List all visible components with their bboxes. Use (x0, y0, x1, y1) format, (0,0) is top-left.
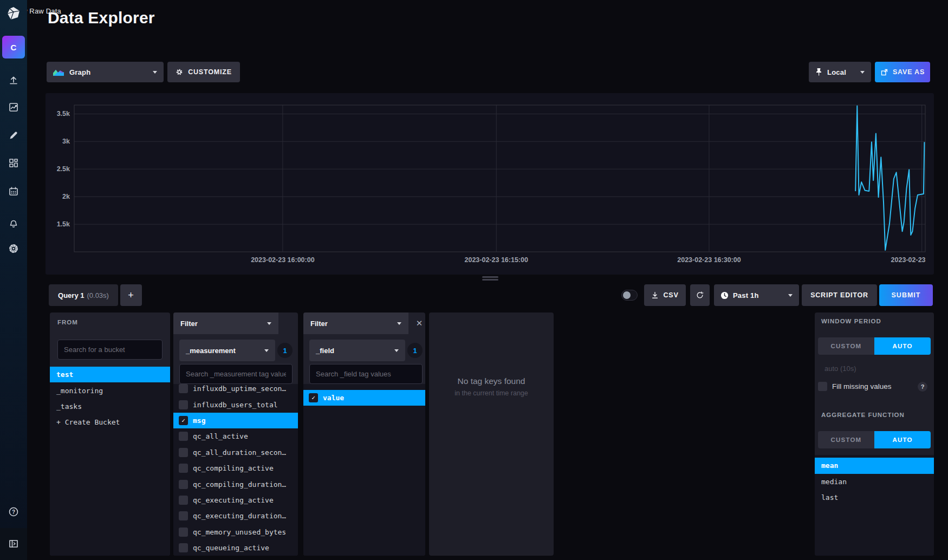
sidebar-item-alerts[interactable] (4, 215, 23, 235)
auto-option[interactable]: AUTO (874, 431, 931, 448)
checkbox[interactable] (179, 464, 188, 473)
measurement-name: qc_executing_active (193, 496, 274, 504)
sidebar-item-notebooks[interactable] (4, 127, 23, 146)
sidebar-item-dashboards[interactable] (4, 154, 23, 174)
measurement-name: qc_executing_duration… (193, 512, 286, 520)
measurement-list-item[interactable]: influxdb_users_total (173, 396, 298, 412)
customize-button[interactable]: CUSTOMIZE (167, 62, 240, 82)
sidebar-item-upload[interactable] (4, 71, 23, 91)
svg-text:3k: 3k (62, 138, 70, 145)
custom-option[interactable]: CUSTOM (818, 431, 874, 448)
customize-label: CUSTOMIZE (188, 68, 232, 76)
aggregate-function-item[interactable]: mean (815, 458, 934, 474)
sidebar-item-help[interactable]: ? (4, 503, 23, 523)
custom-option[interactable]: CUSTOM (818, 337, 874, 355)
checkbox[interactable] (179, 384, 188, 393)
measurement-name: qc_compiling_duration… (193, 480, 286, 489)
bucket-search-input[interactable] (57, 340, 163, 360)
bucket-name: _monitoring (56, 387, 103, 395)
sidebar-item-data-explorer[interactable] (4, 99, 23, 118)
chevron-down-icon (153, 71, 157, 74)
filter-type-dropdown[interactable]: Filter (173, 312, 278, 334)
toggle-knob (623, 291, 631, 299)
time-series-line-chart[interactable]: 1.5k2k2.5k3k3.5k2023-02-23 16:00:002023-… (46, 93, 934, 275)
measurement-list-item[interactable]: qc_executing_active (173, 492, 298, 508)
script-editor-button[interactable]: SCRIPT EDITOR (802, 284, 877, 306)
filter-type-dropdown[interactable]: Filter (303, 312, 408, 334)
selected-count-badge: 1 (277, 343, 293, 358)
checkbox[interactable] (179, 511, 188, 520)
measurement-key-dropdown[interactable]: _measurement (179, 340, 275, 361)
fill-missing-values-label: Fill missing values (832, 382, 892, 390)
csv-download-button[interactable]: CSV (644, 284, 686, 306)
window-period-card: WINDOW PERIOD CUSTOM AUTO auto (10s) Fil… (815, 312, 934, 556)
checkbox[interactable] (179, 400, 188, 409)
measurement-list-item[interactable]: qc_executing_duration… (173, 508, 298, 524)
view-raw-data-toggle[interactable] (621, 290, 638, 301)
function-name: last (821, 493, 838, 502)
chart-panel: 1.5k2k2.5k3k3.5k2023-02-23 16:00:002023-… (46, 93, 934, 275)
visualization-type-dropdown[interactable]: Graph (47, 62, 164, 82)
measurement-filter-card: Filter _measurement 1 influxdb_uptime_se… (173, 312, 298, 556)
measurement-list-item[interactable]: msg (173, 413, 298, 428)
influxdb-logo-icon[interactable] (6, 6, 21, 21)
variables-scope-dropdown[interactable]: Local (809, 62, 871, 82)
measurement-list-item[interactable]: qc_all_active (173, 428, 298, 444)
measurement-list-item[interactable]: influxdb_uptime_secon… (173, 384, 298, 396)
tag-keys-card: No tag keys found in the current time ra… (429, 312, 554, 556)
help-tooltip-icon[interactable]: ? (918, 382, 927, 392)
measurement-list: influxdb_uptime_secon… influxdb_users_to… (173, 384, 298, 556)
field-key-dropdown[interactable]: _field (309, 340, 405, 361)
save-as-button[interactable]: SAVE AS (875, 62, 930, 82)
checkbox[interactable] (179, 416, 188, 425)
gear-icon (176, 68, 183, 76)
measurement-list-item[interactable]: qc_compiling_active (173, 460, 298, 476)
chevron-down-icon (394, 349, 399, 352)
bucket-list-item[interactable]: test (50, 367, 170, 382)
field-search-input[interactable] (309, 364, 423, 384)
measurement-list-item[interactable]: qc_compiling_duration… (173, 476, 298, 492)
checkbox[interactable] (179, 480, 188, 489)
aggregate-function-item[interactable]: last (815, 490, 934, 506)
resize-drag-handle[interactable] (482, 276, 498, 281)
aggregate-segmented: CUSTOM AUTO (818, 431, 931, 448)
query-tab[interactable]: Query 1 (0.03s) (49, 284, 118, 306)
sidebar-item-tasks[interactable] (4, 183, 23, 202)
sidebar-item-expand[interactable] (4, 535, 23, 555)
checkbox[interactable] (179, 543, 188, 552)
measurement-search-input[interactable] (179, 364, 293, 384)
from-header: FROM (57, 319, 78, 325)
fill-missing-values-checkbox[interactable] (818, 382, 827, 391)
page-title: Data Explorer (48, 9, 155, 27)
measurement-name: influxdb_uptime_secon… (193, 385, 286, 393)
measurement-list-item[interactable]: qc_memory_unused_bytes (173, 524, 298, 540)
pin-icon (815, 68, 822, 76)
sidebar-item-settings[interactable] (4, 240, 23, 259)
add-query-button[interactable]: + (120, 284, 142, 306)
visualization-type-label: Graph (69, 68, 90, 76)
time-range-dropdown[interactable]: Past 1h (714, 284, 799, 306)
checkbox[interactable] (179, 448, 188, 457)
field-name: value (323, 394, 344, 402)
field-list-item[interactable]: value (303, 390, 425, 406)
refresh-button[interactable] (690, 284, 710, 306)
measurement-name: msg (193, 416, 205, 425)
bucket-list-item[interactable]: _tasks (50, 399, 170, 414)
measurement-list-item[interactable]: qc_queueing_active (173, 540, 298, 556)
bucket-list-item[interactable]: _monitoring (50, 382, 170, 398)
checkbox[interactable] (179, 432, 188, 441)
checkbox[interactable] (179, 496, 188, 505)
checkbox[interactable] (179, 528, 188, 537)
remove-filter-button[interactable]: ✕ (414, 318, 425, 329)
chevron-down-icon (264, 349, 269, 352)
checkbox[interactable] (309, 393, 318, 402)
aggregate-function-item[interactable]: median (815, 474, 934, 490)
window-period-header: WINDOW PERIOD (821, 318, 881, 324)
selected-count-badge: 1 (407, 343, 423, 358)
bucket-list-item[interactable]: + Create Bucket (50, 414, 170, 430)
auto-option[interactable]: AUTO (874, 337, 931, 355)
bucket-name: test (56, 370, 73, 379)
measurement-list-item[interactable]: qc_all_duration_secon… (173, 445, 298, 460)
org-avatar[interactable]: C (2, 36, 25, 58)
submit-button[interactable]: SUBMIT (879, 284, 933, 306)
